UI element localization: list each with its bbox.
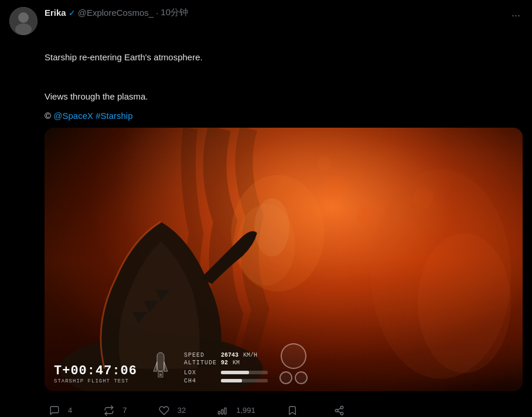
hud-overlay: T+00:47:06 STARSHIP FLIGHT TEST (45, 336, 523, 391)
hud-circle-small-2 (295, 371, 308, 384)
views-action[interactable]: 1,991 (213, 401, 255, 418)
like-count: 32 (178, 406, 186, 415)
hud-speed-row: SPEED 26743 KM/H (184, 352, 268, 358)
retweet-icon (99, 401, 119, 418)
tweet-actions: 4 7 (45, 398, 349, 418)
views-icon (213, 401, 233, 418)
hud-lox-bar (221, 371, 268, 374)
hud-timer-value: T+00:47:06 (54, 364, 137, 378)
svg-point-16 (159, 374, 162, 376)
hud-altitude-label: ALTITUDE (184, 360, 216, 366)
svg-rect-14 (157, 353, 164, 371)
retweet-action[interactable]: 7 (99, 401, 127, 418)
reply-count: 4 (68, 406, 72, 415)
svg-point-2 (15, 23, 32, 35)
retweet-count: 7 (122, 406, 127, 415)
starship-hashtag[interactable]: #Starship (96, 111, 132, 121)
hud-ch4-bar (221, 379, 268, 382)
user-line: Erika ✓ @ExploreCosmos_ · 10分钟 (45, 7, 509, 18)
reply-icon (45, 401, 64, 418)
hud-lox-row: LOX (184, 370, 268, 376)
tweet-copyright: © @SpaceX #Starship (45, 111, 523, 121)
hud-speed-unit: KM/H (243, 352, 257, 358)
hud-timer: T+00:47:06 STARSHIP FLIGHT TEST (54, 364, 137, 384)
hud-circle-small-1 (279, 371, 292, 384)
share-action[interactable] (329, 401, 349, 418)
bookmark-icon (282, 401, 302, 418)
svg-rect-19 (224, 408, 226, 414)
svg-rect-18 (221, 409, 223, 414)
hud-bars: LOX CH4 (184, 370, 268, 384)
like-icon (154, 401, 174, 418)
spacex-mention[interactable]: @SpaceX (53, 111, 93, 121)
hud-ch4-row: CH4 (184, 378, 268, 384)
svg-rect-17 (219, 411, 220, 414)
username[interactable]: @ExploreCosmos_ (78, 8, 154, 18)
svg-line-23 (337, 411, 340, 413)
tweet-body: Starship re-entering Earth's atmosphere.… (45, 37, 523, 417)
svg-point-1 (18, 12, 29, 23)
hud-ch4-fill (221, 379, 242, 382)
avatar-image (9, 7, 37, 35)
hud-speed-value: 26743 (221, 352, 238, 358)
hud-altitude-unit: KM (233, 360, 240, 366)
hud-circle-main (281, 343, 306, 369)
like-action[interactable]: 32 (154, 401, 186, 418)
hud-lox-label: LOX (184, 370, 216, 376)
tweet-text-line2: Views through the plasma. (45, 91, 148, 101)
tweet-header: Erika ✓ @ExploreCosmos_ · 10分钟 ··· (9, 7, 523, 35)
hud-circles (279, 343, 308, 384)
separator: · (156, 8, 158, 18)
hud-lox-fill (221, 371, 249, 374)
display-name[interactable]: Erika (45, 8, 66, 18)
hud-altitude-row: ALTITUDE 92 KM (184, 360, 268, 366)
more-options-button[interactable]: ··· (509, 7, 523, 24)
tweet-text: Starship re-entering Earth's atmosphere.… (45, 37, 523, 104)
verified-icon: ✓ (69, 8, 76, 18)
hud-altitude-value: 92 (221, 360, 228, 366)
svg-line-24 (337, 408, 340, 409)
hud-timer-label: STARSHIP FLIGHT TEST (54, 378, 137, 384)
tweet-card: Erika ✓ @ExploreCosmos_ · 10分钟 ··· Stars… (0, 0, 532, 417)
hud-speed-label: SPEED (184, 352, 216, 358)
views-count: 1,991 (236, 406, 255, 415)
tweet-text-line1: Starship re-entering Earth's atmosphere. (45, 52, 203, 62)
reply-action[interactable]: 4 (45, 401, 72, 418)
hud-ch4-label: CH4 (184, 378, 216, 384)
timestamp: 10分钟 (161, 7, 188, 18)
avatar[interactable] (9, 7, 37, 35)
bookmark-action[interactable] (282, 401, 302, 418)
copyright-symbol: © (45, 111, 51, 121)
hud-circles-small-row (279, 371, 308, 384)
tweet-meta: Erika ✓ @ExploreCosmos_ · 10分钟 (45, 7, 509, 18)
hud-stats: SPEED 26743 KM/H ALTITUDE 92 KM LOX (184, 352, 268, 384)
tweet-image: T+00:47:06 STARSHIP FLIGHT TEST (45, 128, 523, 391)
hud-rocket-icon (149, 349, 172, 384)
share-icon (329, 401, 349, 418)
